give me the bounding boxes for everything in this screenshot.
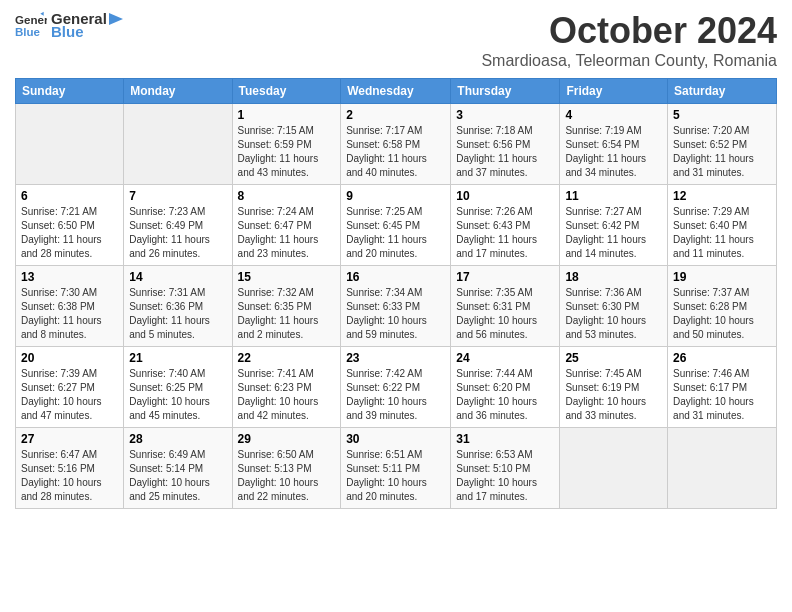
day-number: 24 bbox=[456, 351, 554, 365]
calendar-cell: 27Sunrise: 6:47 AMSunset: 5:16 PMDayligh… bbox=[16, 428, 124, 509]
day-info: Sunrise: 7:31 AMSunset: 6:36 PMDaylight:… bbox=[129, 286, 226, 342]
calendar-cell: 1Sunrise: 7:15 AMSunset: 6:59 PMDaylight… bbox=[232, 104, 341, 185]
day-info: Sunrise: 7:37 AMSunset: 6:28 PMDaylight:… bbox=[673, 286, 771, 342]
header: General Blue General Blue October 2024 S… bbox=[15, 10, 777, 70]
calendar-cell: 11Sunrise: 7:27 AMSunset: 6:42 PMDayligh… bbox=[560, 185, 668, 266]
day-number: 17 bbox=[456, 270, 554, 284]
day-info: Sunrise: 7:40 AMSunset: 6:25 PMDaylight:… bbox=[129, 367, 226, 423]
day-header-saturday: Saturday bbox=[668, 79, 777, 104]
day-number: 25 bbox=[565, 351, 662, 365]
day-info: Sunrise: 7:35 AMSunset: 6:31 PMDaylight:… bbox=[456, 286, 554, 342]
day-number: 29 bbox=[238, 432, 336, 446]
calendar-cell: 19Sunrise: 7:37 AMSunset: 6:28 PMDayligh… bbox=[668, 266, 777, 347]
day-number: 15 bbox=[238, 270, 336, 284]
calendar-cell: 3Sunrise: 7:18 AMSunset: 6:56 PMDaylight… bbox=[451, 104, 560, 185]
day-info: Sunrise: 6:50 AMSunset: 5:13 PMDaylight:… bbox=[238, 448, 336, 504]
logo: General Blue General Blue bbox=[15, 10, 123, 40]
day-number: 2 bbox=[346, 108, 445, 122]
day-number: 28 bbox=[129, 432, 226, 446]
day-info: Sunrise: 7:17 AMSunset: 6:58 PMDaylight:… bbox=[346, 124, 445, 180]
calendar-table: SundayMondayTuesdayWednesdayThursdayFrid… bbox=[15, 78, 777, 509]
day-number: 19 bbox=[673, 270, 771, 284]
calendar-cell: 20Sunrise: 7:39 AMSunset: 6:27 PMDayligh… bbox=[16, 347, 124, 428]
calendar-cell: 31Sunrise: 6:53 AMSunset: 5:10 PMDayligh… bbox=[451, 428, 560, 509]
day-number: 7 bbox=[129, 189, 226, 203]
day-info: Sunrise: 7:26 AMSunset: 6:43 PMDaylight:… bbox=[456, 205, 554, 261]
day-header-tuesday: Tuesday bbox=[232, 79, 341, 104]
calendar-header-row: SundayMondayTuesdayWednesdayThursdayFrid… bbox=[16, 79, 777, 104]
day-header-sunday: Sunday bbox=[16, 79, 124, 104]
day-info: Sunrise: 7:21 AMSunset: 6:50 PMDaylight:… bbox=[21, 205, 118, 261]
day-info: Sunrise: 7:19 AMSunset: 6:54 PMDaylight:… bbox=[565, 124, 662, 180]
day-header-monday: Monday bbox=[124, 79, 232, 104]
calendar-cell bbox=[560, 428, 668, 509]
calendar-week-row: 27Sunrise: 6:47 AMSunset: 5:16 PMDayligh… bbox=[16, 428, 777, 509]
calendar-cell: 6Sunrise: 7:21 AMSunset: 6:50 PMDaylight… bbox=[16, 185, 124, 266]
day-number: 5 bbox=[673, 108, 771, 122]
day-number: 13 bbox=[21, 270, 118, 284]
day-info: Sunrise: 7:20 AMSunset: 6:52 PMDaylight:… bbox=[673, 124, 771, 180]
calendar-cell: 14Sunrise: 7:31 AMSunset: 6:36 PMDayligh… bbox=[124, 266, 232, 347]
month-title: October 2024 bbox=[481, 10, 777, 52]
day-header-thursday: Thursday bbox=[451, 79, 560, 104]
calendar-cell: 25Sunrise: 7:45 AMSunset: 6:19 PMDayligh… bbox=[560, 347, 668, 428]
calendar-cell: 22Sunrise: 7:41 AMSunset: 6:23 PMDayligh… bbox=[232, 347, 341, 428]
day-info: Sunrise: 7:41 AMSunset: 6:23 PMDaylight:… bbox=[238, 367, 336, 423]
calendar-cell bbox=[668, 428, 777, 509]
day-info: Sunrise: 7:30 AMSunset: 6:38 PMDaylight:… bbox=[21, 286, 118, 342]
day-number: 18 bbox=[565, 270, 662, 284]
calendar-cell: 12Sunrise: 7:29 AMSunset: 6:40 PMDayligh… bbox=[668, 185, 777, 266]
day-number: 30 bbox=[346, 432, 445, 446]
calendar-cell: 10Sunrise: 7:26 AMSunset: 6:43 PMDayligh… bbox=[451, 185, 560, 266]
day-number: 26 bbox=[673, 351, 771, 365]
day-info: Sunrise: 7:23 AMSunset: 6:49 PMDaylight:… bbox=[129, 205, 226, 261]
calendar-cell bbox=[16, 104, 124, 185]
svg-text:General: General bbox=[15, 14, 47, 26]
calendar-cell: 16Sunrise: 7:34 AMSunset: 6:33 PMDayligh… bbox=[341, 266, 451, 347]
day-info: Sunrise: 6:53 AMSunset: 5:10 PMDaylight:… bbox=[456, 448, 554, 504]
day-number: 23 bbox=[346, 351, 445, 365]
day-number: 9 bbox=[346, 189, 445, 203]
location-subtitle: Smardioasa, Teleorman County, Romania bbox=[481, 52, 777, 70]
calendar-week-row: 1Sunrise: 7:15 AMSunset: 6:59 PMDaylight… bbox=[16, 104, 777, 185]
day-number: 11 bbox=[565, 189, 662, 203]
day-info: Sunrise: 6:47 AMSunset: 5:16 PMDaylight:… bbox=[21, 448, 118, 504]
svg-text:Blue: Blue bbox=[15, 26, 41, 38]
day-number: 12 bbox=[673, 189, 771, 203]
day-info: Sunrise: 7:34 AMSunset: 6:33 PMDaylight:… bbox=[346, 286, 445, 342]
day-header-wednesday: Wednesday bbox=[341, 79, 451, 104]
calendar-week-row: 6Sunrise: 7:21 AMSunset: 6:50 PMDaylight… bbox=[16, 185, 777, 266]
day-info: Sunrise: 7:44 AMSunset: 6:20 PMDaylight:… bbox=[456, 367, 554, 423]
day-info: Sunrise: 7:15 AMSunset: 6:59 PMDaylight:… bbox=[238, 124, 336, 180]
calendar-cell: 8Sunrise: 7:24 AMSunset: 6:47 PMDaylight… bbox=[232, 185, 341, 266]
calendar-cell: 5Sunrise: 7:20 AMSunset: 6:52 PMDaylight… bbox=[668, 104, 777, 185]
title-area: October 2024 Smardioasa, Teleorman Count… bbox=[481, 10, 777, 70]
calendar-cell: 28Sunrise: 6:49 AMSunset: 5:14 PMDayligh… bbox=[124, 428, 232, 509]
calendar-cell: 29Sunrise: 6:50 AMSunset: 5:13 PMDayligh… bbox=[232, 428, 341, 509]
day-info: Sunrise: 7:24 AMSunset: 6:47 PMDaylight:… bbox=[238, 205, 336, 261]
day-info: Sunrise: 6:49 AMSunset: 5:14 PMDaylight:… bbox=[129, 448, 226, 504]
day-header-friday: Friday bbox=[560, 79, 668, 104]
calendar-week-row: 20Sunrise: 7:39 AMSunset: 6:27 PMDayligh… bbox=[16, 347, 777, 428]
calendar-cell bbox=[124, 104, 232, 185]
calendar-cell: 17Sunrise: 7:35 AMSunset: 6:31 PMDayligh… bbox=[451, 266, 560, 347]
day-number: 22 bbox=[238, 351, 336, 365]
day-info: Sunrise: 7:29 AMSunset: 6:40 PMDaylight:… bbox=[673, 205, 771, 261]
day-info: Sunrise: 7:25 AMSunset: 6:45 PMDaylight:… bbox=[346, 205, 445, 261]
day-info: Sunrise: 7:46 AMSunset: 6:17 PMDaylight:… bbox=[673, 367, 771, 423]
day-number: 27 bbox=[21, 432, 118, 446]
calendar-cell: 26Sunrise: 7:46 AMSunset: 6:17 PMDayligh… bbox=[668, 347, 777, 428]
day-info: Sunrise: 7:32 AMSunset: 6:35 PMDaylight:… bbox=[238, 286, 336, 342]
calendar-cell: 23Sunrise: 7:42 AMSunset: 6:22 PMDayligh… bbox=[341, 347, 451, 428]
logo-icon: General Blue bbox=[15, 11, 47, 39]
calendar-cell: 4Sunrise: 7:19 AMSunset: 6:54 PMDaylight… bbox=[560, 104, 668, 185]
day-info: Sunrise: 7:36 AMSunset: 6:30 PMDaylight:… bbox=[565, 286, 662, 342]
calendar-cell: 15Sunrise: 7:32 AMSunset: 6:35 PMDayligh… bbox=[232, 266, 341, 347]
day-number: 6 bbox=[21, 189, 118, 203]
day-number: 10 bbox=[456, 189, 554, 203]
svg-marker-3 bbox=[109, 13, 123, 25]
day-info: Sunrise: 7:39 AMSunset: 6:27 PMDaylight:… bbox=[21, 367, 118, 423]
day-number: 16 bbox=[346, 270, 445, 284]
calendar-cell: 30Sunrise: 6:51 AMSunset: 5:11 PMDayligh… bbox=[341, 428, 451, 509]
calendar-cell: 21Sunrise: 7:40 AMSunset: 6:25 PMDayligh… bbox=[124, 347, 232, 428]
